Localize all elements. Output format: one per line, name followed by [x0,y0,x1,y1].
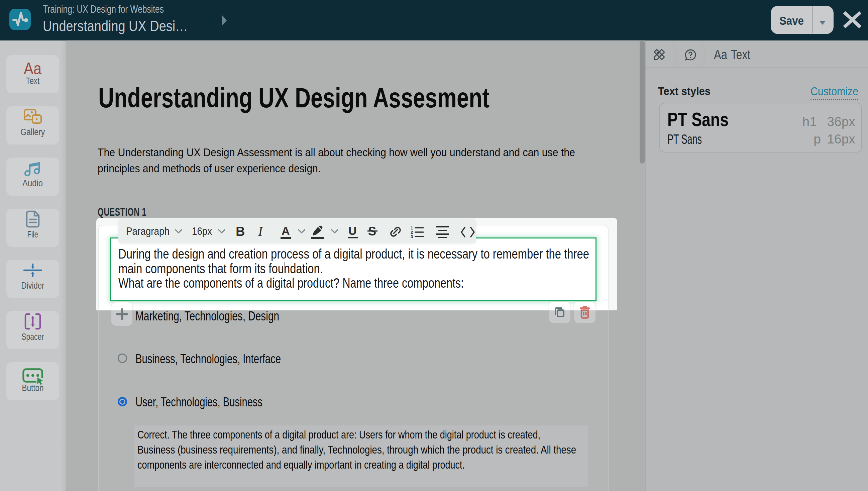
svg-text:3: 3 [411,234,413,239]
svg-text:A: A [281,225,290,237]
svg-text:I: I [258,225,263,238]
svg-text:B: B [236,225,245,238]
svg-text:U: U [349,225,357,237]
